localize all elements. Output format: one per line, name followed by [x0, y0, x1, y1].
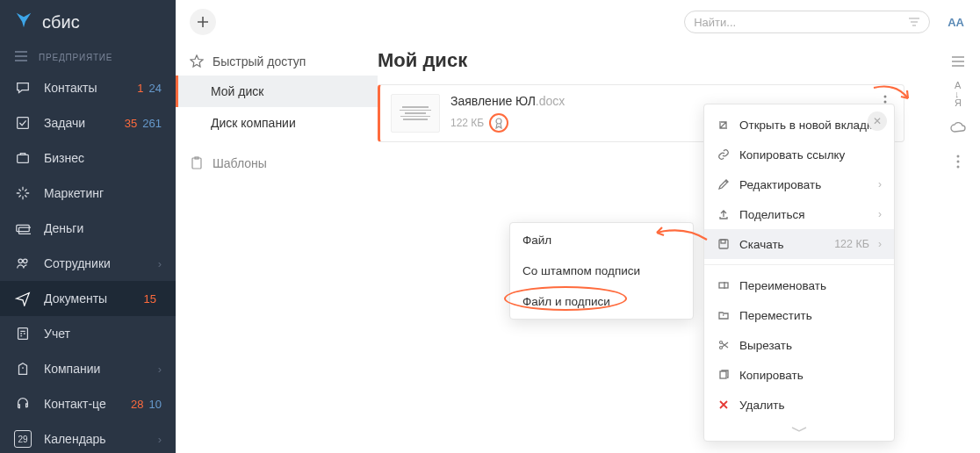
- svg-point-16: [957, 166, 960, 169]
- svg-rect-6: [18, 328, 28, 340]
- nav-contact-center[interactable]: Контакт-це 28 10: [0, 386, 176, 421]
- tree-company-disk[interactable]: Диск компании: [176, 107, 378, 139]
- svg-point-11: [884, 96, 887, 98]
- delete-icon: [717, 398, 731, 412]
- folder-move-icon: [717, 308, 731, 322]
- file-size: 122 КБ: [450, 117, 484, 129]
- star-icon: [190, 54, 204, 68]
- nav-contacts[interactable]: Контакты 1 24: [0, 70, 176, 105]
- file-thumbnail: [391, 94, 440, 133]
- ctx-copy-link[interactable]: Копировать ссылку: [704, 140, 894, 169]
- ctx-share[interactable]: Поделиться ›: [704, 199, 894, 229]
- search-placeholder: Найти...: [694, 16, 908, 29]
- chevron-right-icon: ›: [878, 208, 882, 220]
- briefcase-icon: [14, 149, 32, 167]
- svg-point-21: [720, 347, 723, 349]
- svg-rect-1: [18, 155, 29, 162]
- nav-documents[interactable]: Документы 15: [0, 281, 176, 316]
- link-icon: [717, 147, 731, 162]
- svg-point-14: [957, 155, 960, 158]
- ctx-rename[interactable]: Переименовать: [704, 270, 894, 300]
- logo-text: сбис: [42, 12, 80, 32]
- svg-rect-18: [721, 240, 725, 243]
- ctx-cut[interactable]: Вырезать: [704, 330, 894, 360]
- disk-tree: Быстрый доступ Мой диск Диск компании Ша…: [176, 44, 378, 181]
- chevron-right-icon: ›: [878, 178, 882, 191]
- templates[interactable]: Шаблоны: [176, 146, 378, 181]
- calendar-icon: 29: [14, 430, 32, 448]
- ctx-delete[interactable]: Удалить: [704, 390, 894, 420]
- logo-icon: [14, 11, 33, 33]
- ctx-copy[interactable]: Копировать: [704, 360, 894, 390]
- chevron-right-icon: ›: [878, 238, 882, 250]
- search-input[interactable]: Найти...: [684, 11, 930, 33]
- nav-money[interactable]: Деньги: [0, 211, 176, 246]
- external-icon: [717, 118, 731, 132]
- headset-icon: [14, 395, 32, 413]
- ctx-open-new-tab[interactable]: Открыть в новой вкладке: [704, 110, 894, 140]
- ctx-download[interactable]: Скачать 122 КБ ›: [704, 229, 894, 259]
- svg-point-5: [23, 259, 27, 263]
- svg-point-15: [957, 161, 960, 163]
- right-rail: А↓Я: [936, 44, 980, 170]
- ctx-edit[interactable]: Редактировать ›: [704, 169, 894, 199]
- svg-point-7: [22, 367, 24, 369]
- send-icon: [14, 290, 32, 307]
- context-menu-close[interactable]: ✕: [868, 111, 887, 131]
- svg-rect-8: [192, 158, 201, 169]
- svg-rect-22: [720, 371, 726, 378]
- rail-sort-icon[interactable]: А↓Я: [949, 86, 967, 104]
- nav-employees[interactable]: Сотрудники ›: [0, 246, 176, 281]
- chevron-right-icon: ›: [158, 433, 162, 446]
- building-icon: [14, 360, 32, 378]
- sub-file-and-signatures[interactable]: Файл и подписи: [510, 286, 693, 317]
- svg-point-4: [18, 259, 23, 263]
- page-title: Мой диск: [378, 44, 927, 84]
- tree-my-disk[interactable]: Мой диск: [176, 76, 378, 107]
- sub-with-stamp[interactable]: Со штампом подписи: [510, 255, 693, 286]
- share-icon: [717, 207, 731, 221]
- svg-rect-0: [18, 118, 29, 129]
- svg-rect-19: [719, 283, 728, 288]
- chat-icon: [14, 79, 32, 97]
- money-icon: [14, 219, 32, 237]
- save-icon: [717, 237, 731, 251]
- rail-menu-icon[interactable]: [949, 53, 967, 70]
- quick-access[interactable]: Быстрый доступ: [176, 47, 378, 76]
- sidebar: сбис ПРЕДПРИЯТИЕ Контакты 1 24 Задачи 35…: [0, 0, 176, 453]
- chevron-right-icon: ›: [158, 257, 162, 270]
- nav-tasks[interactable]: Задачи 35 261: [0, 105, 176, 140]
- enterprise-row[interactable]: ПРЕДПРИЯТИЕ: [0, 44, 176, 70]
- logo[interactable]: сбис: [0, 0, 176, 44]
- svg-point-20: [720, 342, 723, 344]
- annotation-circle: [489, 113, 508, 133]
- download-submenu: Файл Со штампом подписи Файл и подписи: [509, 222, 694, 320]
- pencil-icon: [717, 177, 731, 191]
- nav-business[interactable]: Бизнес: [0, 140, 176, 176]
- drag-handle-icon[interactable]: [704, 420, 894, 435]
- topbar: Найти... AA: [176, 0, 980, 44]
- people-icon: [14, 255, 32, 272]
- rail-cloud-icon[interactable]: [949, 119, 967, 137]
- nav-marketing[interactable]: Маркетинг: [0, 176, 176, 211]
- menu-icon: [14, 51, 28, 63]
- calc-icon: [14, 325, 32, 342]
- context-menu: ✕ Открыть в новой вкладке Копировать ссы…: [703, 104, 895, 442]
- add-button[interactable]: [190, 9, 216, 35]
- nav-companies[interactable]: Компании ›: [0, 351, 176, 386]
- filter-icon: [908, 17, 920, 27]
- font-size-button[interactable]: AA: [948, 16, 964, 29]
- clipboard-icon: [190, 156, 204, 170]
- nav-accounting[interactable]: Учет: [0, 316, 176, 351]
- rename-icon: [717, 278, 731, 292]
- sub-file[interactable]: Файл: [510, 225, 693, 255]
- scissors-icon: [717, 338, 731, 352]
- nav-calendar[interactable]: 29 Календарь ›: [0, 421, 176, 453]
- enterprise-label: ПРЕДПРИЯТИЕ: [39, 53, 112, 62]
- ctx-move[interactable]: Переместить: [704, 300, 894, 330]
- spark-icon: [14, 184, 32, 202]
- chevron-right-icon: ›: [158, 363, 162, 376]
- rail-more-icon[interactable]: [949, 153, 967, 170]
- check-icon: [14, 114, 32, 132]
- file-name: Заявление ЮЛ.docx: [450, 94, 565, 108]
